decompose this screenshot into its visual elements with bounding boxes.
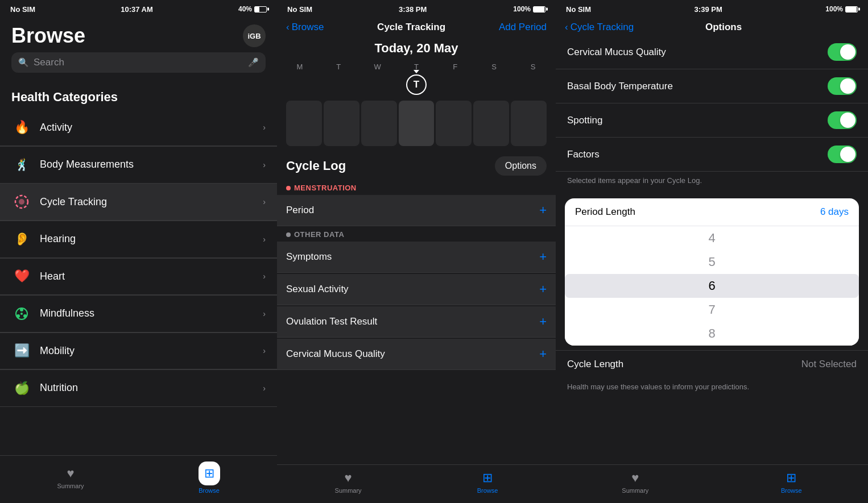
avatar[interactable]: iGB [243,24,266,47]
picker-item-7: 7 [708,298,715,322]
date-label: Today, 20 May [286,41,547,56]
menstruation-section-header: MENSTRUATION [277,180,556,194]
panel-browse: No SIM 10:37 AM 40% Browse iGB 🔍 Search … [0,0,277,503]
svg-point-6 [20,313,23,315]
sexual-activity-add-btn[interactable]: + [539,282,547,297]
cal-day-w: W [364,63,391,95]
ovulation-add-btn[interactable]: + [539,314,547,329]
time-2: 3:38 PM [399,5,427,14]
tab-summary-1[interactable]: ♥ Summary [57,466,84,489]
category-item-nutrition[interactable]: 🍏 Nutrition › [0,370,277,407]
nav-title-2: Cycle Tracking [377,22,445,33]
category-item-heart[interactable]: ❤️ Heart › [0,258,277,295]
summary-label-3: Summary [622,487,648,494]
category-list: 🔥 Activity › 🕺 Body Measurements › Cycle… [0,109,277,455]
toggle-cervical-switch[interactable] [828,43,857,61]
mindfulness-icon [11,304,32,324]
today-marker [414,70,419,73]
summary-label-2: Summary [335,487,362,494]
chevron-hearing: › [263,235,266,244]
cervical-add-btn[interactable]: + [539,347,547,361]
category-item-mobility[interactable]: ➡️ Mobility › [0,332,277,369]
chevron-nutrition: › [263,384,266,393]
mic-icon[interactable]: 🎤 [248,57,259,68]
tab-browse-1[interactable]: ⊞ Browse [199,462,220,494]
status-right-3: 100% [825,5,858,13]
toggle-factors-label: Factors [567,149,600,160]
time-3: 3:39 PM [695,5,722,14]
log-row-ovulation[interactable]: Ovulation Test Result + [277,306,556,338]
status-right-2: 100% [513,5,545,13]
log-row-period[interactable]: Period + [277,195,556,226]
category-item-body[interactable]: 🕺 Body Measurements › [0,147,277,184]
period-length-label: Period Length [575,206,635,218]
calendar-days: M T W T T F S [286,63,547,95]
back-button-2[interactable]: ‹ Browse [286,22,324,33]
drum-picker[interactable]: 3 4 5 6 7 8 9 [565,226,859,346]
sexual-activity-label: Sexual Activity [286,284,349,295]
toggle-spotting-switch[interactable] [828,111,857,129]
browse-label-3: Browse [781,487,802,494]
log-row-symptoms[interactable]: Symptoms + [277,242,556,273]
search-bar[interactable]: 🔍 Search 🎤 [11,52,266,73]
toggle-basal-thumb [840,78,855,94]
log-row-sexual-activity[interactable]: Sexual Activity + [277,274,556,305]
category-item-hearing[interactable]: 👂 Hearing › [0,221,277,258]
summary-icon-1: ♥ [67,466,74,481]
categories-header: Health Categories [0,80,277,109]
add-period-button[interactable]: Add Period [499,22,547,33]
symptoms-add-btn[interactable]: + [539,250,547,264]
back-chevron-2: ‹ [286,22,290,33]
toggle-cervical-label: Cervical Mucus Quality [567,47,666,58]
log-row-cervical[interactable]: Cervical Mucus Quality + [277,339,556,370]
tab-summary-3[interactable]: ♥ Summary [622,471,648,494]
tab-bar-3: ♥ Summary ⊞ Browse [556,464,868,503]
cal-day-m: M [286,63,313,95]
status-bar-1: No SIM 10:37 AM 40% [0,0,277,17]
cycle-length-row: Cycle Length Not Selected [556,350,868,378]
other-label: OTHER DATA [294,230,344,239]
category-item-activity[interactable]: 🔥 Activity › [0,109,277,146]
chevron-mobility: › [263,346,266,355]
panel-cycle-tracking: No SIM 3:38 PM 100% ‹ Browse Cycle Track… [277,0,556,503]
toggle-spotting: Spotting [556,103,868,138]
category-item-mindfulness[interactable]: Mindfulness › [0,296,277,332]
body-label: Body Measurements [40,159,134,171]
tab-summary-2[interactable]: ♥ Summary [335,471,362,494]
browse-title-row: Browse iGB [11,24,266,48]
heart-label: Heart [40,271,65,282]
mobility-icon: ➡️ [11,340,32,361]
activity-label: Activity [40,122,72,134]
browse-label-2: Browse [477,487,498,494]
search-icon: 🔍 [18,57,29,68]
back-button-3[interactable]: ‹ Cycle Tracking [565,22,634,33]
search-input[interactable]: Search [34,57,243,68]
other-dot [286,232,291,237]
symptoms-label: Symptoms [286,251,332,263]
chevron-body: › [263,160,266,169]
options-button[interactable]: Options [495,156,547,176]
chevron-cycle: › [263,197,266,206]
cal-day-s1: S [481,63,508,95]
period-add-btn[interactable]: + [539,203,547,218]
toggle-cervical-thumb [840,44,855,60]
today-circle: T [406,74,427,95]
category-item-cycle[interactable]: Cycle Tracking › [0,184,277,221]
body-icon: 🕺 [11,155,32,175]
toggle-note: Selected items appear in your Cycle Log. [556,172,868,194]
carrier-2: No SIM [287,5,312,14]
picker-item-5: 5 [708,250,715,274]
toggle-factors-thumb [840,147,855,162]
toggle-spotting-thumb [840,113,855,128]
tab-browse-3[interactable]: ⊞ Browse [781,471,802,494]
cal-cell-4 [399,101,435,146]
nutrition-icon: 🍏 [11,378,32,398]
browse-label-1: Browse [199,487,220,494]
toggle-factors-switch[interactable] [828,146,857,163]
picker-item-6[interactable]: 6 [708,274,715,298]
tab-browse-2[interactable]: ⊞ Browse [477,471,498,494]
browse-icon-1: ⊞ [204,466,214,480]
toggle-spotting-label: Spotting [567,115,602,126]
toggle-basal-switch[interactable] [828,77,857,95]
cal-cell-6 [473,101,509,146]
